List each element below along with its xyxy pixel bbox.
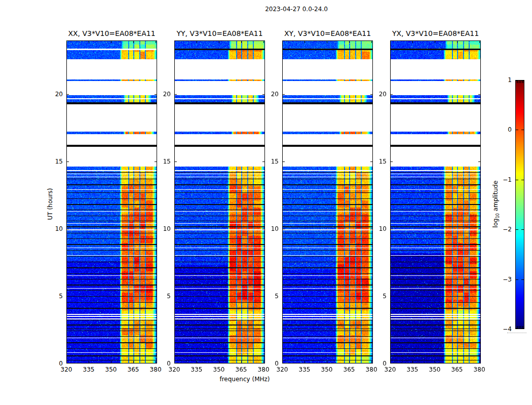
x-tick-label: 365 <box>447 366 467 373</box>
spectrogram-panel-yx <box>390 40 481 363</box>
panel-title-xy: XY, V3*V10=EA08*EA11 <box>272 29 384 37</box>
y-tick-label: 10 <box>46 225 63 232</box>
y-tick-label: 5 <box>261 293 279 300</box>
colorbar-tick-label: −3 <box>487 276 512 283</box>
x-tick-label: 350 <box>425 366 445 373</box>
y-tick-label: 20 <box>154 91 171 98</box>
spectrogram-panel-xx <box>66 40 157 363</box>
x-tick-label: 380 <box>253 366 274 373</box>
x-tick-label: 350 <box>317 366 337 373</box>
y-tick-label: 10 <box>154 225 171 232</box>
colorbar-tick-label: 0 <box>487 126 512 133</box>
x-tick-label: 320 <box>56 366 77 373</box>
x-tick-label: 335 <box>402 366 423 373</box>
colorbar-tick-label: −4 <box>487 326 512 333</box>
x-tick-label: 320 <box>272 366 292 373</box>
spectrogram-panel-xy <box>282 40 373 363</box>
colorbar-label-post: amplitude <box>492 181 499 213</box>
x-tick-label: 350 <box>209 366 229 373</box>
y-tick-label: 5 <box>369 293 387 300</box>
x-tick-label: 380 <box>469 366 489 373</box>
x-tick-label: 335 <box>294 366 315 373</box>
y-tick-label: 10 <box>369 225 387 232</box>
panel-title-xx: XX, V3*V10=EA08*EA11 <box>56 29 168 37</box>
figure-title: 2023-04-27 0.0-24.0 <box>220 6 372 13</box>
colorbar <box>515 80 524 329</box>
x-tick-label: 365 <box>231 366 251 373</box>
x-axis-label: frequency (MHz) <box>194 376 295 383</box>
y-tick-label: 10 <box>261 225 279 232</box>
panel-title-yx: YX, V3*V10=EA08*EA11 <box>380 29 491 37</box>
x-tick-label: 335 <box>79 366 99 373</box>
y-tick-label: 20 <box>369 91 387 98</box>
y-axis-label: UT (hours) <box>47 176 54 232</box>
x-tick-label: 320 <box>164 366 184 373</box>
y-tick-label: 15 <box>369 158 387 165</box>
colorbar-tick-label: 1 <box>487 76 512 84</box>
y-tick-label: 20 <box>46 91 63 98</box>
y-tick-label: 5 <box>154 293 171 300</box>
colorbar-tick-label: −2 <box>487 226 512 233</box>
x-tick-label: 365 <box>339 366 359 373</box>
colorbar-label-sub: 10 <box>496 213 500 218</box>
y-tick-label: 15 <box>46 158 63 165</box>
y-tick-label: 5 <box>46 293 63 300</box>
x-tick-label: 335 <box>186 366 207 373</box>
x-tick-label: 380 <box>145 366 166 373</box>
x-tick-label: 350 <box>101 366 121 373</box>
colorbar-minor-dots <box>507 333 526 333</box>
x-tick-label: 365 <box>123 366 143 373</box>
panel-title-yy: YY, V3*V10=EA08*EA11 <box>164 29 276 37</box>
spectrogram-panel-yy <box>174 40 265 363</box>
colorbar-tick-label: −1 <box>487 176 512 183</box>
figure: 2023-04-27 0.0-24.0 frequency (MHz) UT (… <box>0 0 532 405</box>
y-tick-label: 15 <box>261 158 279 165</box>
y-tick-label: 20 <box>261 91 279 98</box>
x-tick-label: 380 <box>361 366 382 373</box>
y-tick-label: 15 <box>154 158 171 165</box>
x-tick-label: 320 <box>380 366 400 373</box>
